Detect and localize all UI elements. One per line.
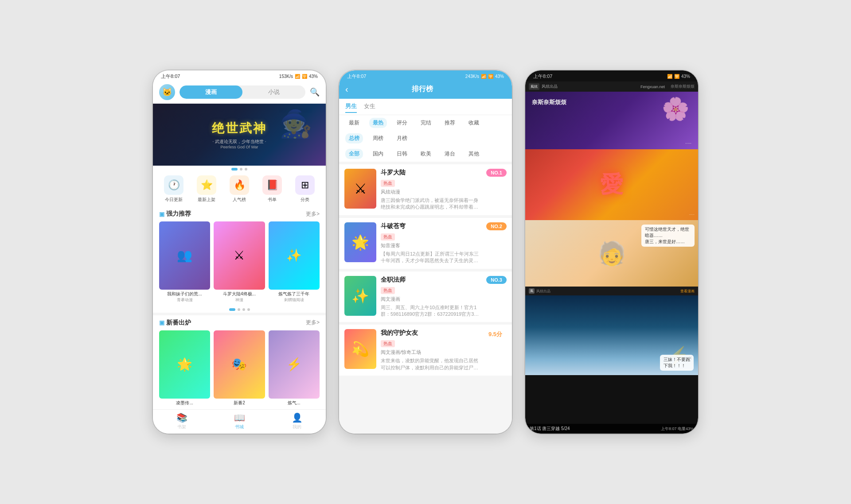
book-cover-2: ✨ — [269, 221, 320, 290]
book-item-1[interactable]: ⚔ 斗罗大陆4终极... 神漫 — [214, 221, 265, 303]
content-type-tabs: 漫画 小说 — [180, 85, 305, 99]
new-name-2: 炼气... — [269, 400, 320, 406]
rank-page-header: ‹ 排行榜 — [339, 81, 512, 99]
rank-tag-1: 热血 — [381, 180, 395, 187]
panel-2-sub: ····· — [689, 212, 695, 217]
network-speed-1: 153K/s — [279, 74, 293, 79]
mine-icon: 👤 — [292, 412, 303, 423]
filter-weekly[interactable]: 周榜 — [369, 133, 387, 143]
category-icon-box: ⊞ — [295, 175, 315, 195]
recommend-more[interactable]: 更多> — [306, 210, 320, 218]
rank-author-4: 阅文漫画/惊奇工场 — [381, 349, 480, 356]
rank-desc-2: 【每周六周日12点更新】正所谓三十年河东三十年河西，天才少年因恶然失去了天生的灵… — [381, 251, 482, 264]
rank-item-2[interactable]: 🌟 斗破苍穹 热血 知音漫客 【每周六周日12点更新】正所谓三十年河东三十年河西… — [339, 218, 512, 269]
back-button[interactable]: ‹ — [345, 84, 348, 94]
gender-male[interactable]: 男生 — [345, 102, 357, 113]
signal-icon-1: 📶 — [295, 74, 300, 79]
network-speed-2: 243K/s — [465, 74, 479, 79]
book-item-0[interactable]: 👥 我和妹子们的荒... 青摹动漫 — [159, 221, 210, 303]
phone-2: 上午8:07 243K/s 📶 🛜 43% ‹ 排行榜 男生 女生 最新 最热 … — [339, 70, 512, 434]
panel-1-sub: ····· — [685, 141, 691, 146]
filter-domestic[interactable]: 国内 — [369, 149, 387, 159]
quick-item-today[interactable]: 🕐 今日更新 — [164, 175, 183, 203]
banner-content: 绝世武神 · 武道论无双，少年当绝世 · Peerless God Of War — [212, 120, 267, 149]
bookshelf-icon: 📚 — [176, 412, 187, 423]
new-more[interactable]: 更多> — [306, 319, 320, 326]
search-icon[interactable]: 🔍 — [310, 87, 320, 97]
rank-tag-4: 热血 — [381, 340, 395, 347]
app-header-1: 🐱 漫画 小说 🔍 — [153, 81, 326, 104]
filter-japan-korea[interactable]: 日韩 — [393, 149, 411, 159]
battery-3: 43% — [681, 74, 690, 79]
tab-novel[interactable]: 小说 — [242, 85, 305, 99]
rank-item-3[interactable]: ✨ 全职法师 热血 阅文漫画 周三、周五、周六上午10点准时更新！官方1群：59… — [339, 271, 512, 322]
panel-3-character: 🧓 — [597, 240, 626, 267]
banner-subtitle: · 武道论无双，少年当绝世 · — [212, 139, 267, 145]
filter-hottest[interactable]: 最热 — [369, 118, 387, 128]
bookshelf-label: 书架 — [177, 424, 186, 430]
status-time-2: 上午8:07 — [347, 73, 366, 80]
quick-item-category[interactable]: ⊞ 分类 — [295, 175, 315, 203]
rdot-4 — [247, 308, 250, 311]
quick-item-booklist[interactable]: 📕 书单 — [262, 175, 282, 203]
user-avatar[interactable]: 🐱 — [159, 84, 175, 100]
rank-item-4[interactable]: 💫 我的守护女友 热血 阅文漫画/惊奇工场 末世来临，凌默的异能觉醒，他发现自己… — [339, 325, 512, 376]
recommend-title: ▣ 强力推荐 — [159, 210, 191, 218]
new-book-0[interactable]: 🌟 凌墨传... — [159, 330, 210, 406]
dot-2 — [240, 168, 242, 171]
recommend-books: 👥 我和妹子们的荒... 青摹动漫 ⚔ 斗罗大陆4终极... 神漫 ✨ 炼气炼了… — [153, 220, 326, 306]
gender-female[interactable]: 女生 — [364, 102, 375, 113]
new-book-1[interactable]: 🎭 新番2 — [214, 330, 265, 406]
panel-4-bg: ⚡ 三妹！不要跑 下我！！！ ✕ — [525, 295, 698, 375]
rank-desc-1: 唐三因偷学绝门派武功，被逼无奈怀揣着一身绝技和未完成的心愿跳崖明志，不料却带着前… — [381, 197, 482, 211]
rank-cover-4: 💫 — [344, 329, 376, 369]
nav-mine[interactable]: 👤 我的 — [268, 412, 326, 430]
filter-score[interactable]: 评分 — [393, 118, 411, 128]
filter-newest[interactable]: 最新 — [345, 118, 363, 128]
nav-bookshelf[interactable]: 📚 书架 — [153, 412, 211, 430]
divider-watermark: 風 风炫出品 — [529, 288, 550, 294]
new-section-icon: ▣ — [159, 319, 164, 326]
filter-hk-taiwan[interactable]: 港台 — [441, 149, 459, 159]
book-name-0: 我和妹子们的荒... — [159, 291, 210, 297]
filter-container: 最新 最热 评分 完结 推荐 收藏 总榜 周榜 月榜 全部 国内 日韩 欧美 港… — [339, 115, 512, 162]
filter-monthly[interactable]: 月榜 — [393, 133, 411, 143]
filter-recommend[interactable]: 推荐 — [441, 118, 459, 128]
book-item-2[interactable]: ✨ 炼气炼了三千年 刺猬猫阅读 — [269, 221, 320, 303]
recommend-header: ▣ 强力推荐 更多> — [153, 206, 326, 220]
quick-item-new[interactable]: ⭐ 最新上架 — [197, 175, 216, 203]
book-name-1: 斗罗大陆4终极... — [214, 291, 265, 297]
manga-reader[interactable]: 🌸 奈斯奈斯烦烦 ····· 愛 ····· 🧓 可惜这绝世天才，绝世暗器…… … — [525, 92, 698, 424]
mine-label: 我的 — [293, 424, 301, 430]
rank-item-1[interactable]: ⚔ 斗罗大陆 热血 风炫动漫 唐三因偷学绝门派武功，被逼无奈怀揣着一身绝技和未完… — [339, 164, 512, 215]
status-bar-1: 上午8:07 153K/s 📶 🛜 43% — [153, 70, 326, 81]
page-title-2: 排行榜 — [353, 85, 492, 94]
banner-english: Peerless God Of War — [212, 145, 267, 149]
filter-complete[interactable]: 完结 — [417, 118, 435, 128]
nav-bookstore[interactable]: 📖 书城 — [211, 412, 268, 430]
filter-other[interactable]: 其他 — [465, 149, 483, 159]
rank-info-3: 全职法师 热血 阅文漫画 周三、周五、周六上午10点准时更新！官方1群：5981… — [381, 276, 482, 318]
close-icon[interactable]: ✕ — [688, 356, 692, 361]
filter-western[interactable]: 欧美 — [417, 149, 435, 159]
filter-row-3: 全部 国内 日韩 欧美 港台 其他 — [339, 146, 512, 162]
filter-total[interactable]: 总榜 — [345, 133, 363, 143]
quick-nav-icons: 🕐 今日更新 ⭐ 最新上架 🔥 人气榜 📕 书单 ⊞ 分类 — [153, 172, 326, 206]
new-title: ▣ 新番出炉 — [159, 319, 191, 327]
filter-all[interactable]: 全部 — [345, 149, 363, 159]
signal-icon-3: 📶 — [667, 74, 672, 79]
tab-manga[interactable]: 漫画 — [180, 85, 242, 99]
new-book-2[interactable]: ⚡ 炼气... — [269, 330, 320, 406]
filter-collect[interactable]: 收藏 — [465, 118, 483, 128]
rank-info-2: 斗破苍穹 热血 知音漫客 【每周六周日12点更新】正所谓三十年河东三十年河西，天… — [381, 222, 482, 264]
status-bar-3: 上午8:07 📶 🛜 43% — [525, 70, 698, 81]
promo-banner[interactable]: 绝世武神 · 武道论无双，少年当绝世 · Peerless God Of War… — [153, 104, 326, 166]
new-label: 最新上架 — [198, 197, 215, 203]
rank-author-2: 知音漫客 — [381, 242, 482, 249]
new-cover-0: 🌟 — [159, 330, 210, 399]
quick-item-popular[interactable]: 🔥 人气榜 — [230, 175, 249, 203]
dot-1 — [231, 168, 238, 171]
chapter-info: 第1话 唐三穿越 5/24 — [530, 426, 570, 432]
rank-badge-2: NO.2 — [486, 222, 507, 230]
status-time-3: 上午8:07 — [533, 73, 552, 80]
